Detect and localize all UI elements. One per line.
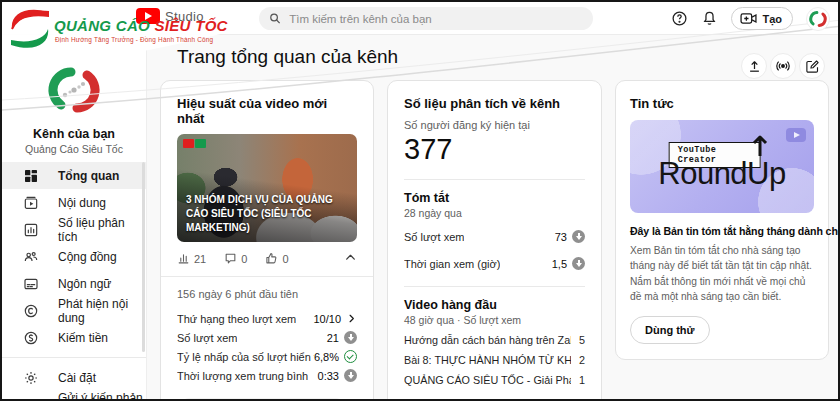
collapse-button[interactable] [344, 251, 357, 266]
monetization-icon [23, 330, 39, 346]
trend-down-icon [344, 331, 357, 344]
first-period-label: 156 ngày 6 phút đầu tiên [177, 288, 357, 300]
roundup-arrow-icon [752, 134, 768, 162]
subscribers-label: Số người đăng ký hiện tại [404, 119, 585, 131]
subtitles-icon [23, 276, 39, 292]
news-headline: Đây là Bản tin tóm tắt hằng tháng dành c… [630, 225, 814, 237]
chevron-up-icon [344, 251, 357, 264]
channel-name: Quảng Cáo Siêu Tốc [2, 143, 146, 155]
upload-video-button[interactable] [741, 53, 767, 79]
sidebar-item-community[interactable]: Cộng đồng [2, 243, 146, 270]
thumbs-up-icon [265, 252, 278, 265]
analytics-icon [23, 222, 39, 238]
metric-row-avg-duration: Thời lượng xem trung bình 0:33 [177, 366, 357, 385]
sidebar-item-label: Số liệu phân tích [58, 216, 146, 244]
video-thumbnail[interactable]: 3 NHÓM DỊCH VỤ CỦA QUẢNG CÁO SIÊU TỐC (S… [177, 134, 357, 242]
news-card: Tin tức YouTube Creator RoundUp Đây là B… [615, 80, 829, 360]
create-post-button[interactable] [799, 53, 825, 79]
top-videos-title: Video hàng đầu [404, 298, 585, 312]
sidebar-item-label: Nội dung [58, 196, 106, 210]
sidebar-item-label: Gửi ý kiến phản hồi [58, 391, 146, 401]
video-title-overlay: 3 NHÓM DỊCH VỤ CỦA QUẢNG CÁO SIÊU TỐC (S… [177, 193, 357, 242]
edit-icon [805, 59, 820, 74]
trend-good-icon [344, 350, 357, 363]
channel-analytics-card: Số liệu phân tích về kênh Số người đăng … [387, 80, 602, 401]
settings-icon [23, 370, 39, 386]
banner-play-icon [786, 128, 806, 142]
latest-video-performance-card: Hiệu suất của video mới nhất 3 NHÓM DỊCH… [160, 80, 374, 401]
channel-label: Kênh của bạn [2, 127, 146, 141]
create-label: Tạo [762, 13, 782, 25]
bar-chart-icon [177, 252, 190, 265]
search-input[interactable] [289, 13, 583, 25]
youtube-studio-dashboard: Studio QUẢNG CÁO SIÊU TỐC Định Hướng Tăn… [0, 0, 840, 401]
live-icon [775, 58, 791, 74]
card-title: Số liệu phân tích về kênh [404, 96, 585, 111]
creator-roundup-banner[interactable]: YouTube Creator RoundUp [630, 120, 814, 213]
sidebar-scrollbar[interactable] [142, 162, 145, 352]
sidebar-item-settings[interactable]: Cài đặt [2, 364, 146, 391]
search-bar[interactable] [259, 7, 593, 30]
search-icon [269, 12, 281, 25]
sidebar-item-monetization[interactable]: Kiếm tiền [2, 324, 146, 351]
channel-logo: Studio QUẢNG CÁO SIÊU TỐC Định Hướng Tăn… [8, 5, 248, 51]
top-videos-period: 48 giờ qua · Số lượt xem [404, 314, 585, 326]
sidebar-item-label: Kiếm tiền [58, 331, 108, 345]
sidebar-item-content[interactable]: Nội dung [2, 189, 146, 216]
notifications-bell-icon[interactable] [701, 10, 718, 27]
sidebar-item-feedback[interactable]: Gửi ý kiến phản hồi [2, 391, 146, 401]
sidebar-item-label: Phát hiện nội dung [58, 297, 146, 325]
trend-down-icon [572, 257, 585, 270]
metric-row-ranking[interactable]: Thứ hạng theo lượt xem 10/10 [177, 309, 357, 328]
account-avatar[interactable] [806, 7, 830, 31]
feedback-icon [23, 397, 39, 401]
logo-tagline: Định Hướng Tăng Trưởng - Đồng Hành Thành… [55, 36, 213, 43]
trend-down-icon [572, 230, 585, 243]
metric-row-views: Số lượt xem 21 [177, 328, 357, 347]
summary-title: Tóm tắt [404, 191, 585, 205]
video-views-stat: 21 [177, 252, 206, 265]
camcorder-icon [740, 12, 757, 25]
logo-title-red: SIÊU TỐC [155, 17, 228, 34]
copyright-icon [23, 303, 39, 319]
sidebar-item-analytics[interactable]: Số liệu phân tích [2, 216, 146, 243]
dashboard-icon [23, 168, 39, 184]
top-video-row[interactable]: Bài 8: THỰC HÀNH NHÓM TỪ KHÓA VÀ VIẾT MẪ… [404, 354, 585, 366]
help-icon[interactable] [671, 10, 688, 27]
sidebar-item-label: Cộng đồng [58, 250, 117, 264]
upload-icon [747, 59, 762, 74]
create-button[interactable]: Tạo [731, 7, 793, 30]
top-video-row[interactable]: QUẢNG CÁO SIÊU TỐC - Giải Pháp Kinh Doan… [404, 374, 585, 386]
channel-avatar[interactable] [45, 61, 103, 119]
sidebar-item-label: Ngôn ngữ [58, 277, 111, 291]
go-live-button[interactable] [770, 53, 796, 79]
sidebar-divider [2, 357, 146, 358]
top-video-row[interactable]: Hướng dẫn cách bán hàng trên Zalo cá nhâ… [404, 334, 585, 346]
sidebar: Kênh của bạn Quảng Cáo Siêu Tốc Tổng qua… [2, 35, 147, 399]
summary-period: 28 ngày qua [404, 207, 585, 219]
card-title: Tin tức [630, 96, 814, 111]
sidebar-item-language[interactable]: Ngôn ngữ [2, 270, 146, 297]
brand-s-icon [8, 7, 52, 51]
subscribers-count: 377 [404, 133, 585, 166]
sidebar-item-copyright[interactable]: Phát hiện nội dung [2, 297, 146, 324]
summary-row-watchtime: Thời gian xem (giờ) 1,5 [404, 254, 585, 273]
card-title: Hiệu suất của video mới nhất [177, 96, 357, 126]
video-likes-stat: 0 [265, 252, 288, 265]
metric-row-ctr: Tỷ lệ nhấp của số lượt hiển thị hình thu… [177, 347, 357, 366]
sidebar-item-overview[interactable]: Tổng quan [2, 162, 146, 189]
news-body: Xem Bản tin tóm tắt cho nhà sáng tạo thá… [630, 243, 814, 304]
thumbnail-watermark [183, 139, 206, 148]
comment-icon [224, 252, 237, 265]
sidebar-menu: Tổng quan Nội dung Số liệu phân tích Cộn… [2, 162, 146, 401]
community-icon [23, 249, 39, 265]
logo-title-green: QUẢNG CÁO [54, 17, 150, 34]
chevron-right-icon [346, 313, 357, 324]
sidebar-item-label: Cài đặt [58, 371, 96, 385]
content-icon [23, 195, 39, 211]
trend-down-icon [344, 369, 357, 382]
try-button[interactable]: Dùng thử [630, 316, 710, 344]
video-comments-stat: 0 [224, 252, 247, 265]
sidebar-item-label: Tổng quan [58, 169, 119, 183]
summary-row-views: Số lượt xem 73 [404, 227, 585, 246]
